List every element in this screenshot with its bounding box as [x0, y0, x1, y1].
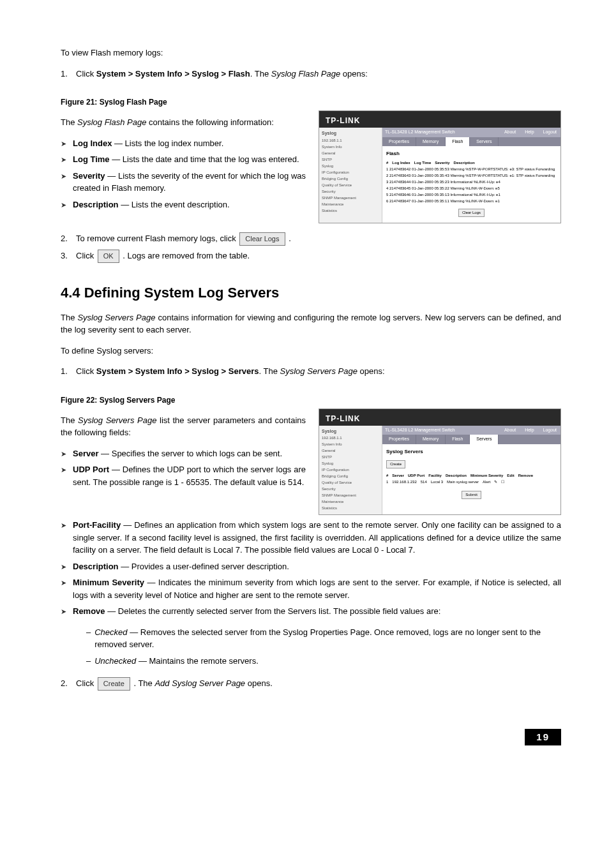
list-item: Minimum Severity — Indicates the minimum… — [73, 576, 561, 601]
tree-item: Syslog — [322, 461, 379, 467]
sidebar-ip: 192.168.1.1 — [322, 435, 379, 441]
brand-bar: TP-LINK — [319, 409, 560, 426]
servers-bullets-left: ➤Server — Specifies the server to which … — [61, 447, 306, 489]
tree-item: General — [322, 151, 379, 156]
cell: 192.168.1.232 — [392, 479, 416, 485]
tab-flash: Flash — [446, 137, 470, 147]
log-row: 5 2147483646 01-Jan-2000 05:35:13 Inform… — [386, 192, 557, 198]
list-item: Severity — Lists the severity of the eve… — [73, 170, 306, 195]
text-fragment: The — [61, 117, 77, 127]
term: Checked — [94, 627, 127, 637]
step-text: Click System > System Info > Syslog > Se… — [76, 365, 385, 378]
help-link: Help — [525, 129, 534, 136]
term: Description — [73, 562, 119, 571]
cell: Local 3 — [431, 479, 443, 485]
text-fragment: . Logs are removed from the table. — [123, 251, 250, 260]
col-header: Description — [454, 160, 475, 166]
step-text: Click OK . Logs are removed from the tab… — [76, 250, 250, 263]
tab-servers: Servers — [470, 435, 499, 444]
step-text: To remove current Flash memory logs, cli… — [76, 232, 291, 246]
sidebar-heading: Syslog — [322, 428, 379, 435]
term-desc: — Specifies the server to which logs can… — [98, 449, 282, 458]
screenshot-main: TL-SL3428 L2 Management Switch About Hel… — [382, 426, 560, 515]
tree-item: SNMP Management — [322, 493, 379, 498]
screenshot-main: TL-SL3428 L2 Management Switch About Hel… — [382, 128, 560, 223]
tree-item: SNTP — [322, 454, 379, 460]
col-header: # — [386, 473, 388, 479]
brand-bar: TP-LINK — [319, 111, 560, 128]
page-footer: 19 — [61, 729, 561, 746]
servers-define-text: To define Syslog servers: — [61, 345, 561, 357]
panel-heading: Flash — [386, 150, 557, 158]
clear-logs-button[interactable]: Clear Logs — [239, 232, 285, 246]
term-desc: — Indicates the minimum severity from wh… — [73, 578, 561, 600]
tree-item: IP Configuration — [322, 467, 379, 473]
list-item: Checked — Removes the selected server fr… — [94, 626, 561, 651]
ok-button[interactable]: OK — [98, 250, 119, 263]
log-row: 2 2147483643 01-Jan-2000 05:35:43 Warnin… — [386, 173, 557, 179]
term-desc: — Removes the selected server from the S… — [94, 627, 541, 650]
list-item: Description — Lists the event descriptio… — [73, 198, 230, 211]
tree-item: General — [322, 448, 379, 454]
bullet-icon: ➤ — [61, 606, 66, 618]
screenshot-sidebar: Syslog 192.168.1.1 System Info General S… — [319, 128, 382, 223]
tree-item: Maintenance — [322, 499, 379, 505]
list-item: Server — Specifies the server to which l… — [73, 447, 282, 460]
col-header: Log Index — [392, 160, 410, 166]
term-desc: — Deletes the currently selected server … — [105, 606, 441, 616]
logout-link: Logout — [543, 427, 557, 434]
servers-bullets-full: ➤Port-Facility — Defines an application … — [61, 519, 561, 618]
bullet-icon: ➤ — [61, 138, 66, 150]
col-header: Remove — [518, 473, 533, 479]
term-desc: — Lists the event description. — [119, 200, 230, 209]
figure-22-screenshot: TP-LINK Syslog 192.168.1.1 System Info G… — [319, 408, 561, 516]
col-header: # — [386, 160, 388, 166]
col-header: Log Time — [414, 160, 432, 166]
term-desc: — Provides a user-defined server descrip… — [119, 562, 289, 571]
flash-bullets: ➤Log Index — Lists the log index number.… — [61, 137, 306, 211]
figure-21-caption: Figure 21: Syslog Flash Page — [61, 96, 306, 108]
clear-logs-button: Clear Logs — [458, 209, 485, 217]
term: Severity — [73, 171, 105, 181]
tree-item: Maintenance — [322, 202, 379, 207]
tab-memory: Memory — [416, 137, 446, 147]
logout-link: Logout — [543, 129, 557, 136]
bullet-icon: ➤ — [61, 171, 66, 195]
tree-item: Syslog — [322, 163, 379, 169]
log-row: 3 2147483644 01-Jan-2000 05:35:23 Inform… — [386, 179, 557, 185]
text-fragment: Click — [76, 678, 96, 688]
tree-item: System Info — [322, 442, 379, 447]
remove-subbullets: –Checked — Removes the selected server f… — [86, 626, 561, 668]
page-name: Syslog Servers Page — [77, 313, 155, 322]
page-number: 19 — [525, 729, 561, 746]
term-desc: — Lists the log index number. — [112, 138, 223, 148]
sidebar-heading: Syslog — [322, 130, 379, 137]
tree-item: Security — [322, 486, 379, 492]
text-fragment: Click — [76, 251, 96, 260]
term: Description — [73, 200, 119, 209]
figure-22-caption: Figure 22: Syslog Servers Page — [61, 394, 306, 406]
term: UDP Port — [73, 465, 109, 474]
term-desc: — Lists the date and time that the log w… — [110, 154, 299, 164]
step-text: Click Create . The Add Syslog Server Pag… — [76, 677, 273, 691]
bullet-icon: ➤ — [61, 578, 66, 601]
cell: Main syslog server — [447, 479, 479, 485]
page-name: Syslog Flash Page — [271, 69, 340, 79]
text-fragment: . The — [133, 678, 154, 688]
about-link: About — [504, 129, 516, 136]
tree-item: SNMP Management — [322, 195, 379, 201]
model-label: TL-SL3428 L2 Management Switch — [382, 426, 500, 435]
tree-item: Quality of Service — [322, 480, 379, 486]
figure-21-screenshot: TP-LINK Syslog 192.168.1.1 System Info G… — [319, 110, 561, 223]
term: Log Index — [73, 138, 112, 148]
col-header: Severity — [435, 160, 449, 166]
flash-page-desc: The Syslog Flash Page contains the follo… — [61, 116, 306, 129]
page-name: Syslog Servers Page — [280, 366, 357, 376]
flash-steps-1: 1. Click System > System Info > Syslog >… — [61, 68, 561, 80]
panel-heading: Syslog Servers — [386, 448, 557, 456]
bullet-icon: ➤ — [61, 465, 66, 488]
step-text: Click System > System Info > Syslog > Fl… — [76, 68, 368, 80]
col-header: UDP Port — [408, 473, 425, 479]
term-desc: — Lists the severity of the event for wh… — [73, 171, 306, 193]
create-button[interactable]: Create — [98, 677, 130, 691]
